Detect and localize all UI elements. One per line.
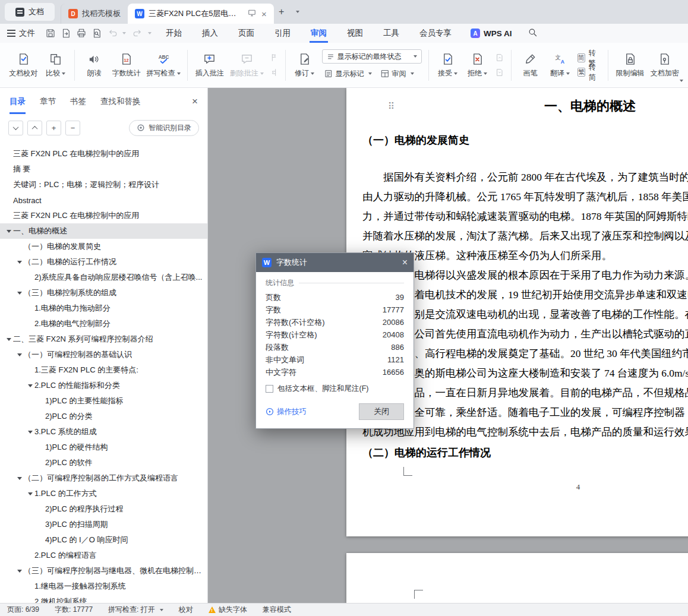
redo-button[interactable] xyxy=(131,26,145,40)
toc-item[interactable]: （一）电梯的发展简史 xyxy=(0,239,207,254)
toc-collapse-arrow-icon[interactable] xyxy=(26,492,34,495)
reviewing-pane-button[interactable]: 审阅 xyxy=(378,67,416,81)
toc-collapse-arrow-icon[interactable] xyxy=(15,261,24,264)
encrypt-document-button[interactable]: 文档加密 xyxy=(648,46,682,84)
doc-proofing-button[interactable]: 文档校对 xyxy=(6,46,40,84)
toc-item[interactable]: Abstract xyxy=(0,192,207,208)
home-docs-tab[interactable]: 文档 xyxy=(5,3,55,21)
toc-item[interactable]: 3)PLC 的扫描周期 xyxy=(0,517,207,532)
toc-item[interactable]: 2.电梯的电气控制部分 xyxy=(0,316,207,331)
toc-item[interactable]: （三）可编程序控制器与继电器、微机在电梯控制中... xyxy=(0,563,207,579)
restrict-editing-button[interactable]: 限制编辑 xyxy=(613,46,647,84)
insert-comment-button[interactable]: 插入批注 xyxy=(192,46,226,84)
toc-item[interactable]: 1.PLC 的工作方式 xyxy=(0,486,207,501)
toc-collapse-arrow-icon[interactable] xyxy=(15,292,24,295)
status-word-count[interactable]: 字数: 17777 xyxy=(55,605,93,615)
checkbox-icon[interactable] xyxy=(266,385,273,393)
reject-button[interactable]: 拒绝 xyxy=(463,46,493,84)
output-button[interactable] xyxy=(59,26,73,40)
next-change-button[interactable] xyxy=(493,66,507,79)
delete-comment-button[interactable]: 删除批注 xyxy=(227,46,267,84)
toc-item[interactable]: 2)PLC 的程序执行过程 xyxy=(0,501,207,517)
to-simplified-button[interactable]: 繁 转简 xyxy=(577,67,602,78)
toc-item[interactable]: 1.三菱 FX2N PLC 的主要特点: xyxy=(0,362,207,378)
redo-dropdown-icon[interactable] xyxy=(148,32,152,34)
docer-template-tab[interactable]: D 找稻壳模板 xyxy=(61,4,128,24)
toc-item[interactable]: 2)系统应具备自动响应层楼召唤信号（含上召唤... xyxy=(0,270,207,285)
zoom-in-button[interactable]: + xyxy=(46,121,61,135)
toc-item[interactable]: 摘 要 xyxy=(0,162,207,177)
toc-item[interactable]: 一、电梯的概述 xyxy=(0,223,207,239)
translate-button[interactable]: 文A 翻译 xyxy=(545,46,575,84)
tips-link[interactable]: 操作技巧 xyxy=(266,407,307,417)
display-for-review-dropdown[interactable]: 显示标记的最终状态 xyxy=(322,49,422,64)
read-aloud-button[interactable]: 朗读 xyxy=(79,46,109,84)
toc-item[interactable]: 二、三菱 FX2N 系列可编程序控制器介绍 xyxy=(0,331,207,347)
toc-item[interactable]: （二）可编程序控制器的工作方式及编程语言 xyxy=(0,470,207,486)
toc-collapse-arrow-icon[interactable] xyxy=(26,431,34,434)
collapse-all-button[interactable] xyxy=(27,121,42,135)
toc-item[interactable]: 2)PLC 的软件 xyxy=(0,455,207,470)
close-tab-icon[interactable]: × xyxy=(261,9,267,19)
toc-item[interactable]: 三菱 FX2N PLC 在电梯控制中的应用 xyxy=(0,146,207,162)
toc-collapse-arrow-icon[interactable] xyxy=(15,570,24,573)
dialog-close-icon[interactable]: × xyxy=(402,257,408,268)
toc-collapse-arrow-icon[interactable] xyxy=(15,353,24,356)
ribbon-collapse-button[interactable] xyxy=(678,74,683,84)
toc-item[interactable]: （三）电梯控制系统的组成 xyxy=(0,285,207,301)
status-missing-font[interactable]: 缺失字体 xyxy=(209,605,247,615)
close-pane-icon[interactable]: × xyxy=(192,96,198,108)
toc-collapse-arrow-icon[interactable] xyxy=(5,230,13,233)
tab-sections[interactable]: 章节 xyxy=(40,96,56,107)
next-comment-button[interactable] xyxy=(267,66,281,79)
undo-button[interactable] xyxy=(105,26,119,40)
toc-item[interactable]: 1)PLC 的主要性能指标 xyxy=(0,393,207,409)
status-spell-check[interactable]: 拼写检查: 打开 xyxy=(108,605,163,615)
tab-contents[interactable]: 目录 xyxy=(10,89,26,114)
toc-item[interactable]: 2)PLC 的分类 xyxy=(0,409,207,424)
toc-item[interactable]: 2.PLC 的编程语言 xyxy=(0,548,207,563)
share-screen-icon[interactable] xyxy=(248,9,256,19)
smart-toc-button[interactable]: 智能识别目录 xyxy=(129,120,199,136)
wps-ai-button[interactable]: A WPS AI xyxy=(471,29,512,38)
tab-find-replace[interactable]: 查找和替换 xyxy=(100,96,141,107)
dialog-title-bar[interactable]: W 字数统计 × xyxy=(256,253,414,272)
menu-item[interactable]: 开始 xyxy=(165,24,183,43)
ink-pen-button[interactable]: 画笔 xyxy=(516,46,545,84)
accept-button[interactable]: 接受 xyxy=(433,46,463,84)
compare-button[interactable]: 比较 xyxy=(40,46,70,84)
previous-comment-button[interactable] xyxy=(267,51,281,64)
toc-item[interactable]: （一）可编程控制器的基础认识 xyxy=(0,347,207,362)
show-markup-button[interactable]: 显示标记 xyxy=(322,67,374,81)
include-footnotes-checkbox[interactable]: 包括文本框、脚注和尾注(F) xyxy=(266,384,404,394)
toc-item[interactable]: 4)PLC 的 I／O 响应时间 xyxy=(0,532,207,548)
previous-change-button[interactable] xyxy=(493,51,507,64)
toc-item[interactable]: （二）电梯的运行工作情况 xyxy=(0,254,207,270)
toc-item[interactable]: 关键词：PLC；电梯；逻辑控制；程序设计 xyxy=(0,177,207,192)
toc-item[interactable]: 1)PLC 的硬件结构 xyxy=(0,440,207,455)
save-button[interactable] xyxy=(43,26,58,40)
zoom-out-button[interactable]: − xyxy=(65,121,80,135)
menu-item[interactable]: 引用 xyxy=(273,24,292,43)
menu-item[interactable]: 视图 xyxy=(346,24,364,43)
toc-item[interactable]: 1.继电器一接触器控制系统 xyxy=(0,579,207,594)
print-button[interactable] xyxy=(74,26,89,40)
status-compatibility-mode[interactable]: 兼容模式 xyxy=(263,605,291,615)
document-tab-active[interactable]: W 三菱FX2N PLC在5层电梯逻辑 × xyxy=(128,4,274,24)
tab-bookmarks[interactable]: 书签 xyxy=(70,96,86,107)
toc-item[interactable]: 1.电梯的电力拖动部分 xyxy=(0,301,207,316)
spell-check-button[interactable]: ABC 拼写检查 xyxy=(144,46,184,84)
toc-item[interactable]: 3.PLC 系统的组成 xyxy=(0,424,207,440)
toc-collapse-arrow-icon[interactable] xyxy=(5,338,13,341)
menu-item[interactable]: 会员专享 xyxy=(418,24,453,43)
menu-item[interactable]: 审阅 xyxy=(310,24,328,43)
print-preview-button[interactable] xyxy=(90,26,104,40)
track-changes-button[interactable]: 修订 xyxy=(290,46,320,84)
expand-all-button[interactable] xyxy=(8,121,23,135)
search-button[interactable] xyxy=(528,27,538,39)
toc-item[interactable]: 2.PLC 的性能指标和分类 xyxy=(0,378,207,393)
toc-item[interactable]: 三菱 FX2N PLC 在电梯控制中的应用 xyxy=(0,208,207,223)
status-proofing[interactable]: 校对 xyxy=(179,605,193,615)
close-dialog-button[interactable]: 关闭 xyxy=(359,403,404,420)
toc-item[interactable]: 2.微机控制系统 xyxy=(0,594,207,603)
